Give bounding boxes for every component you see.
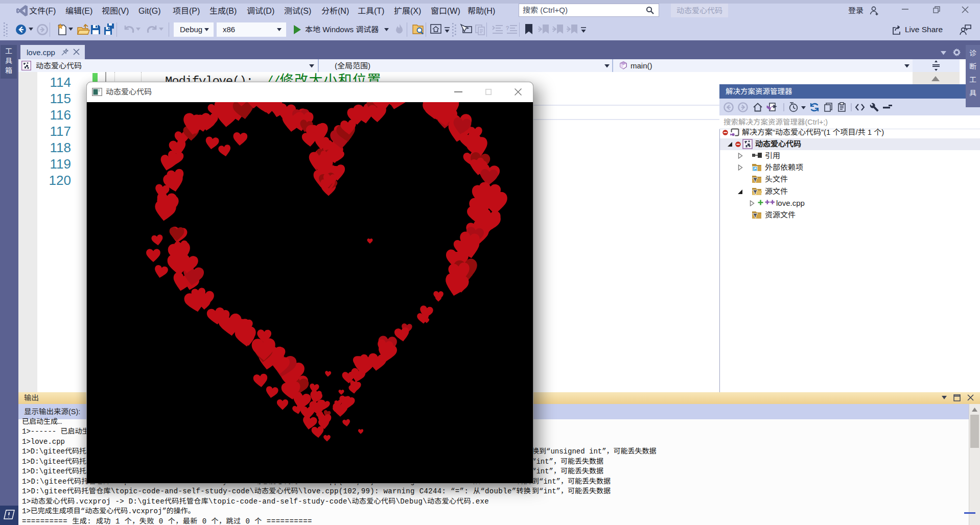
svg-text:?: ? (506, 25, 509, 31)
